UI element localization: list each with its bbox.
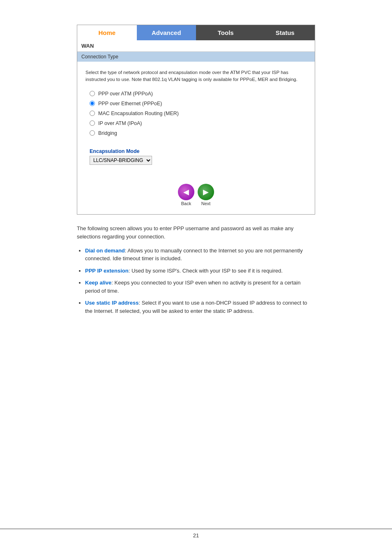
radio-option-ipoa[interactable]: IP over ATM (IPoA) (90, 120, 302, 126)
back-button-circle[interactable]: ◀ (178, 184, 194, 200)
radio-label-bridging: Bridging (98, 130, 117, 136)
nav-status[interactable]: Status (256, 25, 315, 40)
radio-pppoe[interactable] (90, 101, 95, 106)
connection-type-bar: Connection Type (77, 52, 315, 62)
text-ppp-ip: : Used by some ISP's. Check with your IS… (129, 268, 283, 274)
next-arrow-icon: ▶ (203, 187, 209, 197)
below-ui-text: The following screen allows you to enter… (77, 224, 315, 315)
nav-bar: Home Advanced Tools Status (77, 25, 315, 40)
encapsulation-label: Encapsulation Mode (90, 148, 302, 154)
radio-label-ipoa: IP over ATM (IPoA) (98, 120, 142, 126)
router-ui-panel: Home Advanced Tools Status WAN Connectio… (77, 25, 315, 215)
term-keep-alive: Keep alive (85, 280, 111, 286)
list-item-static-ip: Use static IP address: Select if you wan… (85, 299, 315, 315)
list-item-dial-on-demand: Dial on demand: Allows you to manually c… (85, 247, 315, 263)
radio-option-bridging[interactable]: Bridging (90, 130, 302, 136)
back-button-label: Back (181, 201, 191, 206)
text-keep-alive: : Keeps you connected to your ISP even w… (85, 280, 300, 294)
feature-list: Dial on demand: Allows you to manually c… (77, 247, 315, 315)
page-footer: 21 (0, 529, 392, 539)
list-item-keep-alive: Keep alive: Keeps you connected to your … (85, 279, 315, 295)
encapsulation-select[interactable]: LLC/SNAP-BRIDGING VC/MUX (90, 156, 152, 165)
radio-ipoa[interactable] (90, 120, 95, 126)
radio-option-mer[interactable]: MAC Encapsulation Routing (MER) (90, 111, 302, 116)
next-button-circle[interactable]: ▶ (198, 184, 214, 200)
list-item-ppp-ip: PPP IP extension: Used by some ISP's. Ch… (85, 267, 315, 275)
radio-option-pppoe[interactable]: PPP over Ethernet (PPPoE) (90, 101, 302, 106)
radio-label-pppa: PPP over ATM (PPPoA) (98, 91, 153, 97)
radio-pppa[interactable] (90, 91, 95, 96)
next-button-label: Next (201, 201, 211, 206)
radio-mer[interactable] (90, 111, 95, 116)
encapsulation-section: Encapsulation Mode LLC/SNAP-BRIDGING VC/… (77, 144, 315, 171)
wan-label: WAN (77, 40, 315, 52)
next-button-container[interactable]: ▶ Next (198, 184, 214, 206)
nav-tools[interactable]: Tools (196, 25, 256, 40)
term-ppp-ip: PPP IP extension (85, 268, 129, 274)
radio-options: PPP over ATM (PPPoA) PPP over Ethernet (… (77, 89, 315, 144)
page-number: 21 (193, 532, 199, 539)
term-dial-on-demand: Dial on demand (85, 247, 125, 254)
radio-option-pppa[interactable]: PPP over ATM (PPPoA) (90, 91, 302, 97)
radio-label-pppoe: PPP over Ethernet (PPPoE) (98, 101, 162, 106)
back-arrow-icon: ◀ (183, 187, 189, 197)
back-button-container[interactable]: ◀ Back (178, 184, 194, 206)
term-static-ip: Use static IP address (85, 300, 139, 306)
radio-bridging[interactable] (90, 130, 95, 136)
radio-label-mer: MAC Encapsulation Routing (MER) (98, 111, 179, 116)
description-text: Select the type of network protocol and … (77, 66, 315, 89)
nav-home[interactable]: Home (77, 25, 137, 40)
content-area: WAN Connection Type Select the type of n… (77, 40, 315, 214)
intro-paragraph: The following screen allows you to enter… (77, 224, 315, 241)
button-row: ◀ Back ▶ Next (77, 171, 315, 214)
nav-advanced[interactable]: Advanced (137, 25, 196, 40)
